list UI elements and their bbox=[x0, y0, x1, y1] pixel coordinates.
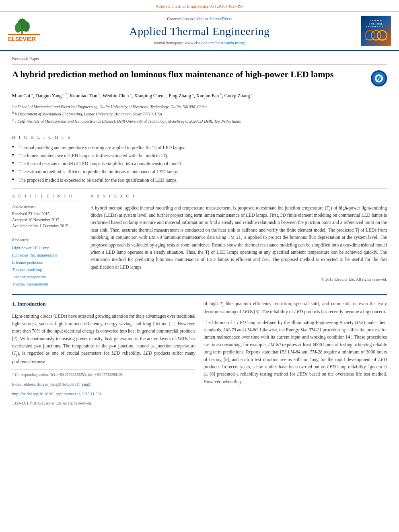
highlight-item-1: Thermal modeling and temperature measuri… bbox=[12, 144, 387, 152]
keyword-5: Junction temperature bbox=[12, 273, 82, 281]
main-col-right: of high Tj like quantum efficiency reduc… bbox=[204, 300, 387, 410]
affiliation-c: c c Delft Institute of Microsystems and … bbox=[12, 117, 387, 125]
homepage-link[interactable]: www.elsevier.com/locate/apthermeng bbox=[185, 41, 245, 45]
svg-text:ELSEVIER: ELSEVIER bbox=[8, 36, 36, 42]
top-citation-bar: Applied Thermal Engineering 95 (2016) 48… bbox=[0, 0, 399, 12]
article-title: A hybrid prediction method on luminous f… bbox=[12, 69, 367, 80]
crossmark-logo: ✓ bbox=[371, 70, 387, 86]
copyright-line: © 2015 Elsevier Ltd. All rights reserved… bbox=[90, 274, 387, 282]
keyword-2: Luminous flux maintenance bbox=[12, 252, 82, 259]
affiliation-a: a a School of Mechanical and Electrical … bbox=[12, 103, 387, 110]
intro-para-2: of high Tj like quantum efficiency reduc… bbox=[204, 300, 387, 316]
svg-text:✓: ✓ bbox=[377, 76, 381, 82]
doi-line[interactable]: http://dx.doi.org/10.1016/j.applthermale… bbox=[12, 391, 195, 397]
abstract-text: A hybrid method, applied thermal modelin… bbox=[90, 204, 387, 271]
journal-cover-image: APPLIED THERMAL ENGINEERING bbox=[361, 16, 391, 46]
page-content: Research Paper A hybrid prediction metho… bbox=[0, 51, 399, 415]
main-content: 1. Introduction Light-emitting diodes (L… bbox=[12, 294, 387, 410]
title-section: A hybrid prediction method on luminous f… bbox=[12, 69, 387, 86]
affiliations: a a School of Mechanical and Electrical … bbox=[12, 103, 387, 125]
authors-line: Miao Cai a, Daoguo Yang a,*, Kunmiao Tia… bbox=[12, 91, 387, 100]
keywords-section: Keywords: High-power LED lamp Luminous f… bbox=[12, 237, 82, 288]
svg-point-4 bbox=[23, 21, 30, 32]
highlight-item-4: The estimation method is efficient to pr… bbox=[12, 168, 387, 176]
main-col-left: 1. Introduction Light-emitting diodes (L… bbox=[12, 300, 195, 410]
journal-homepage: journal homepage: www.elsevier.com/locat… bbox=[44, 40, 355, 46]
journal-thumbnail: APPLIED THERMAL ENGINEERING bbox=[359, 16, 391, 46]
highlight-item-2: The lumen maintenance of LED lamps is fu… bbox=[12, 152, 387, 160]
keyword-4: Thermal modeling bbox=[12, 266, 82, 273]
svg-rect-0 bbox=[8, 34, 40, 35]
intro-para-3: The lifetime of a LED lamp is defined by… bbox=[204, 319, 387, 386]
article-info-col: A R T I C L E I N F O Article history: R… bbox=[12, 193, 82, 288]
highlight-item-3: The thermal resistance model of LED lamp… bbox=[12, 160, 387, 168]
article-info-header: A R T I C L E I N F O bbox=[12, 193, 82, 201]
svg-rect-5 bbox=[21, 31, 23, 34]
abstract-header: A B S T R A C T bbox=[90, 193, 387, 201]
svg-point-7 bbox=[371, 31, 381, 40]
article-info-abstract: A R T I C L E I N F O Article history: R… bbox=[12, 193, 387, 288]
intro-para-1: Light-emitting diodes (LEDs) have attrac… bbox=[12, 312, 195, 365]
article-type-label: Research Paper bbox=[12, 55, 387, 64]
contents-available: Contents lists available at ScienceDirec… bbox=[44, 16, 355, 22]
issn-line: 1359-4311/© 2015 Elsevier Ltd. All right… bbox=[12, 401, 195, 407]
intro-heading: 1. Introduction bbox=[12, 300, 195, 310]
svg-point-3 bbox=[15, 23, 21, 33]
journal-title: Applied Thermal Engineering bbox=[44, 23, 355, 39]
sciencedirect-link[interactable]: ScienceDirect bbox=[209, 16, 232, 21]
divider-2 bbox=[12, 188, 387, 189]
elsevier-logo: ELSEVIER bbox=[8, 18, 40, 44]
svg-point-8 bbox=[377, 31, 387, 40]
article-history: Article history: Received 23 June 2015 A… bbox=[12, 204, 82, 229]
divider-1 bbox=[12, 130, 387, 130]
keyword-6: Thermal measurement bbox=[12, 281, 82, 288]
abstract-col: A B S T R A C T A hybrid method, applied… bbox=[90, 193, 387, 288]
keyword-3: Lifetime prediction bbox=[12, 259, 82, 266]
keyword-1: High-power LED lamp bbox=[12, 244, 82, 252]
citation-link[interactable]: Applied Thermal Engineering 95 (2016) 48… bbox=[156, 4, 244, 8]
highlights-list: Thermal modeling and temperature measuri… bbox=[12, 144, 387, 184]
divider-keywords bbox=[12, 233, 82, 233]
highlights-header: H I G H L I G H T S bbox=[12, 134, 387, 140]
footnote-corresponding: * Corresponding author. Tel.: +86 077322… bbox=[12, 372, 195, 378]
affiliation-b: b b Department of Mechanical Engineering… bbox=[12, 110, 387, 117]
footnote-email: E-mail address: daoguo_yang@163.com (D. … bbox=[12, 382, 195, 388]
journal-center: Contents lists available at ScienceDirec… bbox=[44, 16, 355, 46]
two-col-main: 1. Introduction Light-emitting diodes (L… bbox=[12, 300, 387, 410]
highlight-item-5: The proposed method is expected to be us… bbox=[12, 176, 387, 184]
svg-point-6 bbox=[365, 31, 375, 40]
journal-header: ELSEVIER Contents lists available at Sci… bbox=[0, 12, 399, 51]
footnote-section: * Corresponding author. Tel.: +86 077322… bbox=[12, 369, 195, 407]
